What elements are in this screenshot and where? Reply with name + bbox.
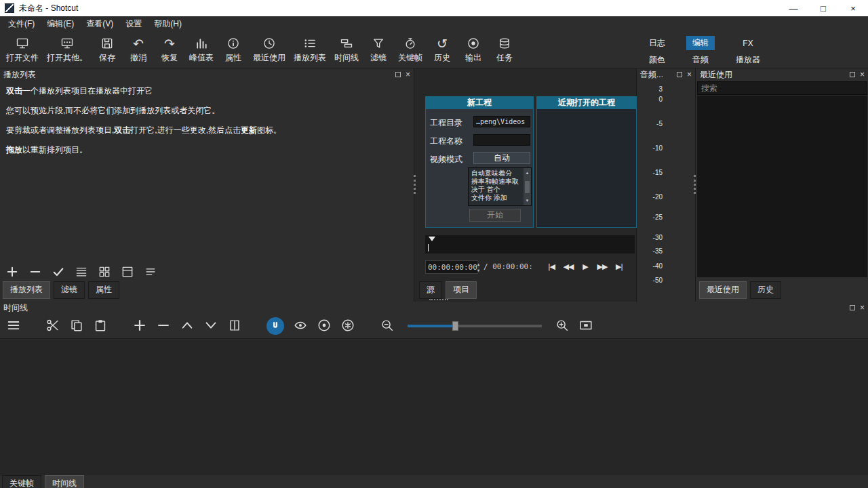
float-panel-icon[interactable] [850,305,855,310]
layout-fx[interactable]: FX [736,37,759,49]
window-controls: — □ × [778,0,868,16]
overwrite-button[interactable] [203,318,218,335]
tab-project[interactable]: 项目 [446,281,477,299]
close-panel-icon[interactable]: × [406,70,410,79]
play-icon[interactable]: ▶ [579,260,591,273]
zoom-slider[interactable] [408,317,542,335]
properties-button[interactable]: 属性 [218,34,249,65]
redo-button[interactable]: ↷ 恢复 [154,34,185,65]
video-mode-button[interactable]: 自动 [473,152,530,164]
scroll-up-icon[interactable]: ▲ [526,169,530,177]
splitter-handle[interactable] [414,175,416,194]
layout-color[interactable]: 颜色 [643,53,671,67]
current-time-field[interactable]: 00:00:00:00 ▲ ▼ [425,260,478,274]
tab-keyframes[interactable]: 关键帧 [2,475,41,488]
project-name-field[interactable] [473,134,530,146]
add-button[interactable] [5,265,19,281]
keyframes-button[interactable]: 关键帧 [394,34,427,65]
skip-to-end-icon[interactable]: ▶| [613,260,625,273]
video-mode-description[interactable]: 自动意味着分 辨率和帧速率取 决于 首个 文件你 添加 ▲ ▼ [468,167,532,206]
filters-button[interactable]: 滤镜 [363,34,394,65]
recent-button[interactable]: 最近使用 [249,34,290,65]
scroll-thumb[interactable] [525,181,530,193]
menu-file[interactable]: 文件(F) [2,16,41,32]
split-button[interactable] [227,318,242,335]
snap-toggle[interactable] [267,317,284,335]
zoom-slider-handle[interactable] [452,321,458,331]
tab-source[interactable]: 源 [419,281,442,299]
scroll-down-icon[interactable]: ▼ [526,197,530,205]
lift-button[interactable] [180,318,195,335]
redo-icon: ↷ [164,35,175,51]
tab-history[interactable]: 历史 [750,281,781,299]
ripple-all-toggle[interactable] [340,318,355,335]
jobs-button[interactable]: 任务 [489,34,520,65]
tab-playlist[interactable]: 播放列表 [3,281,50,299]
minimize-button[interactable]: — [778,0,808,16]
player-scrubber[interactable] [425,235,635,253]
layout-player[interactable]: 播放器 [730,53,766,67]
resize-grip[interactable] [429,299,448,300]
ripple-toggle[interactable] [317,318,332,335]
tab-properties[interactable]: 属性 [88,281,119,299]
ripple-delete-button[interactable] [156,318,171,335]
timeline-tracks-area[interactable] [0,340,868,475]
copy-button[interactable] [69,318,84,335]
layout-logging[interactable]: 日志 [643,36,671,50]
zoom-fit-button[interactable] [578,318,593,335]
paste-button[interactable] [93,318,108,335]
scrub-while-dragging-toggle[interactable] [293,318,308,335]
close-button[interactable]: × [838,0,868,16]
recent-list[interactable] [697,96,867,277]
spin-down-icon[interactable]: ▼ [477,268,480,272]
timeline-menu-button[interactable] [6,318,21,335]
menu-help[interactable]: 帮助(H) [148,16,188,32]
start-button[interactable]: 开始 [469,209,521,222]
tab-filters[interactable]: 滤镜 [54,281,85,299]
rewind-icon[interactable]: ◀◀ [562,260,574,273]
save-button[interactable]: 保存 [92,34,123,65]
project-dir-field[interactable]: …peng\Videos [473,116,530,127]
splitter-handle[interactable] [694,175,696,194]
view-icons-button[interactable] [121,265,134,281]
playlist-button[interactable]: 播放列表 [290,34,330,65]
close-panel-icon[interactable]: × [860,304,865,312]
close-panel-icon[interactable]: × [860,70,865,79]
undo-button[interactable]: ↶ 撤消 [123,34,154,65]
timeline-button[interactable]: 时间线 [330,34,363,65]
search-input[interactable] [697,81,867,95]
tab-timeline[interactable]: 时间线 [45,475,84,488]
spin-up-icon[interactable]: ▲ [477,262,480,266]
close-panel-icon[interactable]: × [687,70,692,79]
float-panel-icon[interactable] [395,72,401,77]
remove-button[interactable] [28,265,42,281]
zoom-in-button[interactable] [555,318,570,335]
recent-projects-list[interactable] [536,109,637,228]
append-button[interactable] [132,318,147,335]
layout-audio[interactable]: 音频 [686,53,715,67]
view-details-button[interactable] [75,265,88,281]
zoom-out-button[interactable] [380,318,395,335]
layout-editing[interactable]: 编辑 [686,36,715,50]
open-other-button[interactable]: 打开其他。 [43,34,92,65]
menu-view[interactable]: 查看(V) [80,16,119,32]
export-button[interactable]: 输出 [458,34,489,65]
open-file-button[interactable]: 打开文件 [2,34,43,65]
menu-settings[interactable]: 设置 [119,16,148,32]
float-panel-icon[interactable] [850,72,855,77]
history-button[interactable]: ↺ 历史 [427,34,458,65]
view-tiles-button[interactable] [98,265,111,281]
cut-button[interactable] [45,318,60,335]
skip-to-start-icon[interactable]: |◀ [545,260,557,273]
maximize-button[interactable]: □ [808,0,838,16]
update-button[interactable] [52,265,65,281]
menu-edit[interactable]: 编辑(E) [41,16,80,32]
tab-recent[interactable]: 最近使用 [699,281,747,299]
listbox-scrollbar[interactable]: ▲ ▼ [524,168,531,205]
peak-meter-button[interactable]: 峰值表 [185,34,218,65]
float-panel-icon[interactable] [677,72,682,77]
playlist-menu-button[interactable] [144,265,157,281]
recent-panel: 最近使用 × 最近使用 历史 [696,68,868,302]
fast-forward-icon[interactable]: ▶▶ [596,260,608,273]
playhead-icon[interactable] [429,237,435,241]
